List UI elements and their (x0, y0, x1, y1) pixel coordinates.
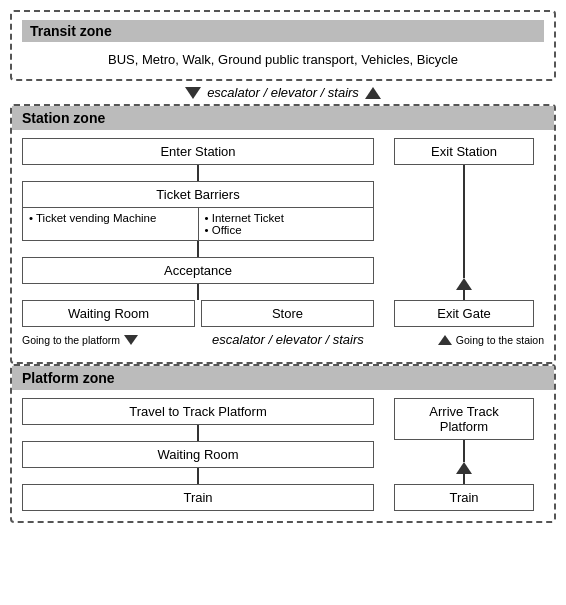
platform-train-right-box: Train (394, 484, 534, 511)
diagram: Transit zone BUS, Metro, Walk, Ground pu… (10, 10, 556, 523)
platform-zone: Platform zone Travel to Track Platform W… (10, 364, 556, 523)
transit-zone-header: Transit zone (22, 20, 544, 42)
bottom-row: Waiting Room Store (22, 300, 374, 327)
ticket-barriers-box: Ticket Barriers (22, 181, 374, 208)
platform-content: Travel to Track Platform Waiting Room Tr… (12, 398, 554, 511)
right-vert-line-1 (463, 165, 465, 278)
platform-right-col: Arrive Track Platform Train (384, 398, 544, 511)
platform-train-left-box: Train (22, 484, 374, 511)
exit-station-box: Exit Station (394, 138, 534, 165)
arrow-up-icon-2 (438, 335, 452, 345)
arrow-up-icon-plat (456, 462, 472, 474)
arrow-down-icon-1 (185, 87, 201, 99)
transit-content: BUS, Metro, Walk, Ground public transpor… (22, 48, 544, 69)
transit-zone: Transit zone BUS, Metro, Walk, Ground pu… (10, 10, 556, 81)
plat-right-line-2 (463, 474, 465, 484)
station-content: Enter Station Ticket Barriers • Ticket v… (12, 138, 554, 327)
arrow-down-icon-2 (124, 335, 138, 345)
exit-gate-box: Exit Gate (394, 300, 534, 327)
platform-waiting-room-box: Waiting Room (22, 441, 374, 468)
station-zone-header: Station zone (12, 106, 554, 130)
store-box: Store (201, 300, 374, 327)
ticket-sub-right: • Internet Ticket • Office (198, 208, 375, 241)
arrow-up-icon-1 (365, 87, 381, 99)
waiting-room-box: Waiting Room (22, 300, 195, 327)
arrive-track-box: Arrive Track Platform (394, 398, 534, 440)
station-left-col: Enter Station Ticket Barriers • Ticket v… (22, 138, 374, 327)
escalator-row-1: escalator / elevator / stairs (10, 81, 556, 104)
plat-connector-2 (197, 468, 199, 484)
connector-2 (197, 241, 199, 257)
escalator-label-1: escalator / elevator / stairs (207, 85, 359, 100)
escalator-label-2: escalator / elevator / stairs (138, 332, 438, 347)
connector-3 (197, 284, 199, 300)
escalator-row-2: Going to the platform escalator / elevat… (12, 327, 554, 352)
bottom-left-boxes: Waiting Room Store (22, 300, 374, 327)
ticket-sub-left: • Ticket vending Machine (22, 208, 198, 241)
arrow-up-icon-right (456, 278, 472, 290)
right-vert-line-2 (463, 290, 465, 300)
plat-right-line-1 (463, 440, 465, 462)
plat-connector-1 (197, 425, 199, 441)
acceptance-box: Acceptance (22, 257, 374, 284)
ticket-sub: • Ticket vending Machine • Internet Tick… (22, 208, 374, 241)
station-zone: Station zone Enter Station Ticket Barrie… (10, 104, 556, 364)
platform-zone-header: Platform zone (12, 366, 554, 390)
connector-1 (197, 165, 199, 181)
platform-left-col: Travel to Track Platform Waiting Room Tr… (22, 398, 374, 511)
going-station-label: Going to the staion (456, 334, 544, 346)
station-right-col: Exit Station Exit Gate (384, 138, 544, 327)
travel-to-track-box: Travel to Track Platform (22, 398, 374, 425)
going-platform-label: Going to the platform (22, 334, 120, 346)
enter-station-box: Enter Station (22, 138, 374, 165)
